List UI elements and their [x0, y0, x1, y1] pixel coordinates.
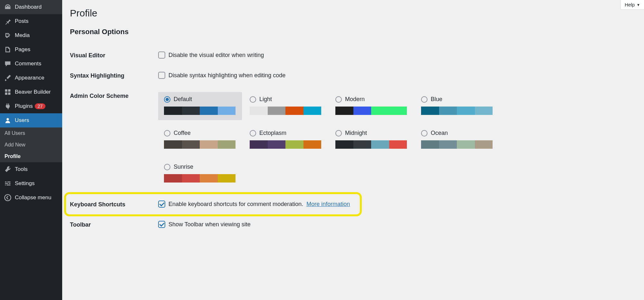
color-scheme-radio[interactable] [421, 96, 428, 103]
plug-icon [4, 102, 12, 110]
shortcuts-more-info-link[interactable]: More information [306, 201, 350, 208]
color-swatches [421, 140, 493, 149]
swatch [475, 107, 493, 115]
row-syntax: Syntax Highlighting Disable syntax highl… [70, 65, 636, 86]
color-scheme-name: Coffee [174, 130, 191, 136]
swatch [335, 107, 353, 115]
swatch [421, 140, 439, 149]
sidebar-item-comments[interactable]: Comments [0, 57, 62, 71]
color-scheme-option[interactable]: Coffee [164, 130, 236, 136]
swatch [218, 174, 236, 183]
swatch [353, 140, 371, 149]
collapse-icon [4, 194, 12, 202]
color-scheme-name: Sunrise [174, 164, 193, 170]
sidebar-item-plugins[interactable]: Plugins27 [0, 99, 62, 113]
color-scheme-blue[interactable]: Blue [415, 92, 499, 120]
color-scheme-ectoplasm[interactable]: Ectoplasm [244, 126, 328, 154]
color-scheme-sunrise[interactable]: Sunrise [158, 160, 242, 188]
toolbar-checkbox[interactable] [158, 221, 165, 228]
color-scheme-radio[interactable] [335, 130, 342, 136]
label-syntax: Syntax Highlighting [70, 72, 158, 79]
sidebar-item-settings[interactable]: Settings [0, 176, 62, 191]
grid-icon [4, 88, 12, 96]
sidebar-item-label: Collapse menu [15, 194, 51, 201]
color-scheme-option[interactable]: Ectoplasm [250, 130, 322, 136]
color-scheme-option[interactable]: Blue [421, 96, 493, 103]
color-scheme-radio[interactable] [421, 130, 428, 136]
color-scheme-radio[interactable] [335, 96, 342, 103]
swatch [457, 107, 475, 115]
color-scheme-midnight[interactable]: Midnight [330, 126, 413, 154]
swatch [285, 140, 303, 149]
color-scheme-radio[interactable] [164, 130, 170, 136]
color-swatches [250, 107, 321, 115]
chevron-down-icon: ▼ [637, 3, 640, 7]
pin-icon [4, 17, 12, 25]
color-scheme-option[interactable]: Midnight [335, 130, 408, 136]
color-scheme-light[interactable]: Light [244, 92, 328, 120]
help-tab[interactable]: Help ▼ [620, 0, 644, 10]
color-scheme-radio[interactable] [250, 96, 256, 103]
sidebar-item-dashboard[interactable]: Dashboard [0, 0, 62, 14]
help-label: Help [625, 2, 635, 7]
color-swatches [164, 174, 235, 183]
swatch [200, 107, 218, 115]
color-scheme-ocean[interactable]: Ocean [415, 126, 499, 154]
syntax-checkbox[interactable] [158, 72, 165, 79]
color-scheme-default[interactable]: Default [158, 92, 242, 120]
color-scheme-option[interactable]: Sunrise [164, 164, 236, 170]
page-title: Profile [70, 8, 636, 19]
swatch [250, 107, 268, 115]
color-scheme-coffee[interactable]: Coffee [158, 126, 242, 154]
sidebar-submenu: All UsersAdd NewProfile [0, 127, 62, 162]
submenu-item-add-new[interactable]: Add New [0, 139, 62, 151]
color-scheme-option[interactable]: Ocean [421, 130, 493, 136]
row-color-scheme: Admin Color Scheme DefaultLightModernBlu… [70, 86, 636, 194]
swatch [200, 140, 218, 149]
swatch [371, 140, 389, 149]
color-scheme-option[interactable]: Light [250, 96, 322, 103]
color-scheme-name: Ocean [431, 130, 448, 136]
submenu-item-profile[interactable]: Profile [0, 151, 62, 162]
syntax-toggle[interactable]: Disable syntax highlighting when editing… [158, 72, 636, 79]
toolbar-toggle[interactable]: Show Toolbar when viewing site [158, 221, 636, 228]
svg-point-1 [6, 118, 9, 120]
sliders-icon [4, 180, 12, 187]
color-scheme-name: Ectoplasm [259, 130, 286, 136]
visual-editor-toggle[interactable]: Disable the visual editor when writing [158, 52, 636, 59]
color-swatches [335, 140, 407, 149]
toolbar-check-label: Show Toolbar when viewing site [168, 221, 251, 228]
sidebar-item-label: Media [15, 32, 30, 39]
sidebar-item-collapse-menu[interactable]: Collapse menu [0, 191, 62, 205]
swatch [164, 140, 182, 149]
color-scheme-radio[interactable] [164, 164, 170, 170]
sidebar-item-appearance[interactable]: Appearance [0, 71, 62, 85]
sidebar-item-users[interactable]: Users [0, 113, 62, 127]
visual-editor-checkbox[interactable] [158, 52, 165, 59]
color-scheme-option[interactable]: Default [164, 96, 236, 103]
label-shortcuts: Keyboard Shortcuts [70, 201, 158, 208]
sidebar-item-posts[interactable]: Posts [0, 14, 62, 28]
sidebar-item-tools[interactable]: Tools [0, 162, 62, 176]
main-content: Help ▼ Profile Personal Options Visual E… [62, 0, 644, 300]
color-scheme-radio[interactable] [164, 96, 170, 103]
swatch [250, 140, 268, 149]
color-scheme-radio[interactable] [250, 130, 256, 136]
sidebar-item-media[interactable]: Media [0, 28, 62, 42]
section-heading: Personal Options [70, 28, 636, 36]
shortcuts-checkbox[interactable] [158, 201, 165, 208]
color-scheme-option[interactable]: Modern [335, 96, 408, 103]
sidebar-item-label: Dashboard [15, 4, 42, 10]
sidebar-item-label: Beaver Builder [15, 89, 51, 95]
swatch [164, 174, 182, 183]
color-scheme-grid: DefaultLightModernBlueCoffeeEctoplasmMid… [158, 92, 636, 188]
brush-icon [4, 74, 12, 82]
color-scheme-modern[interactable]: Modern [330, 92, 413, 120]
shortcuts-check-label: Enable keyboard shortcuts for comment mo… [168, 201, 303, 208]
color-swatches [421, 107, 493, 115]
sidebar-item-pages[interactable]: Pages [0, 42, 62, 57]
shortcuts-toggle[interactable]: Enable keyboard shortcuts for comment mo… [158, 201, 356, 208]
sidebar-item-beaver-builder[interactable]: Beaver Builder [0, 85, 62, 99]
submenu-item-all-users[interactable]: All Users [0, 127, 62, 139]
update-count-badge: 27 [35, 103, 46, 109]
